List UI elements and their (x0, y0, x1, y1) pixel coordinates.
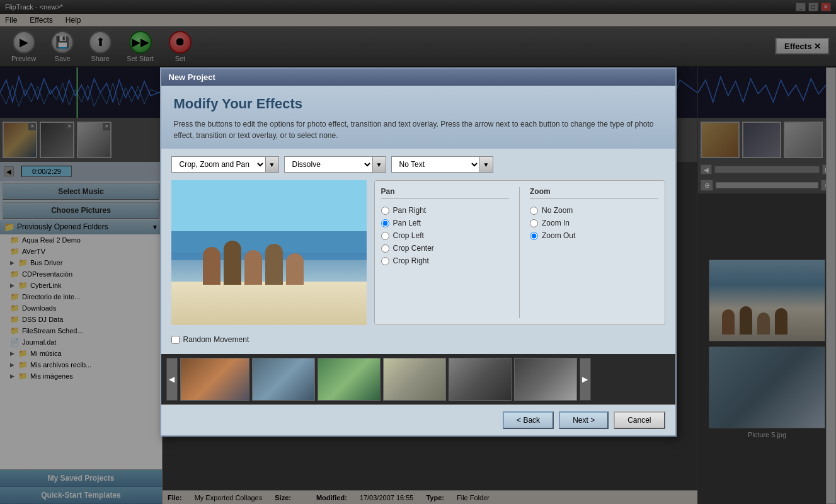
dialog-content: Crop, Zoom and Pan Zoom In Zoom Out Pan … (161, 149, 675, 354)
pan-right-label: Pan Right (393, 206, 427, 215)
crop-right-label: Crop Right (393, 256, 429, 265)
zoom-in-label: Zoom In (542, 219, 570, 227)
dialog-header: Modify Your Effects Press the buttons to… (161, 86, 675, 149)
photo-effect-select[interactable]: Crop, Zoom and Pan Zoom In Zoom Out Pan … (171, 156, 265, 173)
sand-layer (171, 282, 367, 325)
person-4 (265, 244, 283, 285)
photo-effect-arrow[interactable]: ▼ (265, 156, 279, 173)
back-button[interactable]: < Back (503, 411, 554, 429)
person-2 (224, 241, 241, 285)
crop-left-radio[interactable] (381, 232, 389, 240)
zoom-out-radio[interactable] (530, 232, 538, 240)
radio-zoom-out[interactable]: Zoom Out (530, 229, 658, 242)
dialog-thumb-strip: ◀ ▶ (161, 354, 675, 404)
dialog-title: New Project (169, 72, 215, 82)
beach-preview-image (171, 180, 367, 325)
dialog-strip-thumb-4[interactable] (383, 358, 446, 401)
preview-options-row: Pan Pan Right Pan Left Crop Left (171, 180, 665, 325)
new-project-dialog: New Project Modify Your Effects Press th… (160, 67, 677, 437)
cancel-button[interactable]: Cancel (614, 411, 665, 429)
person-3 (244, 250, 262, 285)
pan-zoom-container: Pan Pan Right Pan Left Crop Left (374, 180, 665, 325)
radio-pan-left[interactable]: Pan Left (381, 217, 510, 229)
next-button[interactable]: Next > (559, 411, 609, 429)
effect-controls-row: Crop, Zoom and Pan Zoom In Zoom Out Pan … (171, 156, 665, 173)
radio-crop-right[interactable]: Crop Right (381, 255, 510, 267)
random-movement-checkbox[interactable] (171, 336, 180, 344)
radio-no-zoom[interactable]: No Zoom (530, 204, 658, 217)
dialog-description: Press the buttons to edit the options fo… (174, 118, 663, 141)
zoom-section: Zoom No Zoom Zoom In Zoom Out (530, 187, 658, 318)
zoom-out-label: Zoom Out (542, 231, 575, 240)
text-dropdown-arrow[interactable]: ▼ (479, 156, 493, 173)
radio-pan-right[interactable]: Pan Right (381, 204, 510, 217)
photo-effect-dropdown: Crop, Zoom and Pan Zoom In Zoom Out Pan … (171, 156, 279, 173)
radio-zoom-in[interactable]: Zoom In (530, 217, 658, 229)
dialog-strip-thumb-5[interactable] (449, 358, 512, 401)
no-zoom-label: No Zoom (542, 206, 573, 215)
radio-crop-center[interactable]: Crop Center (381, 242, 510, 255)
crop-left-label: Crop Left (393, 231, 424, 240)
text-select[interactable]: No Text Caption Title (391, 156, 479, 173)
dialog-heading: Modify Your Effects (174, 96, 663, 112)
transition-select[interactable]: Dissolve Fade to Black Wipe Left No Tran… (284, 156, 372, 173)
person-1 (203, 247, 220, 285)
dialog-strip-thumb-3[interactable] (318, 358, 381, 401)
text-dropdown: No Text Caption Title ▼ (391, 156, 493, 173)
crop-center-radio[interactable] (381, 244, 389, 253)
dialog-strip-thumb-1[interactable] (180, 358, 249, 401)
pan-section: Pan Pan Right Pan Left Crop Left (381, 187, 510, 318)
radio-crop-left[interactable]: Crop Left (381, 229, 510, 242)
zoom-in-radio[interactable] (530, 219, 538, 227)
dialog-titlebar: New Project (161, 69, 675, 86)
pan-section-label: Pan (381, 187, 510, 199)
pan-zoom-divider (519, 187, 520, 318)
crop-right-radio[interactable] (381, 257, 389, 265)
dialog-overlay: New Project Modify Your Effects Press th… (0, 0, 836, 504)
no-zoom-radio[interactable] (530, 207, 538, 215)
transition-arrow[interactable]: ▼ (372, 156, 386, 173)
pan-right-radio[interactable] (381, 207, 389, 215)
dialog-footer: < Back Next > Cancel (161, 404, 675, 435)
random-movement-row: Random Movement (171, 333, 665, 346)
transition-dropdown: Dissolve Fade to Black Wipe Left No Tran… (284, 156, 386, 173)
person-5 (286, 253, 304, 285)
random-movement-label: Random Movement (183, 335, 249, 344)
people-group (203, 241, 304, 285)
dialog-strip-thumb-6[interactable] (514, 358, 577, 401)
crop-center-label: Crop Center (393, 244, 434, 253)
pan-left-radio[interactable] (381, 219, 389, 227)
strip-nav-left[interactable]: ◀ (166, 358, 178, 401)
strip-nav-right[interactable]: ▶ (580, 358, 591, 401)
dialog-strip-thumb-2[interactable] (252, 358, 315, 401)
zoom-section-label: Zoom (530, 187, 658, 199)
pan-left-label: Pan Left (393, 219, 421, 227)
dialog-preview (171, 180, 367, 325)
